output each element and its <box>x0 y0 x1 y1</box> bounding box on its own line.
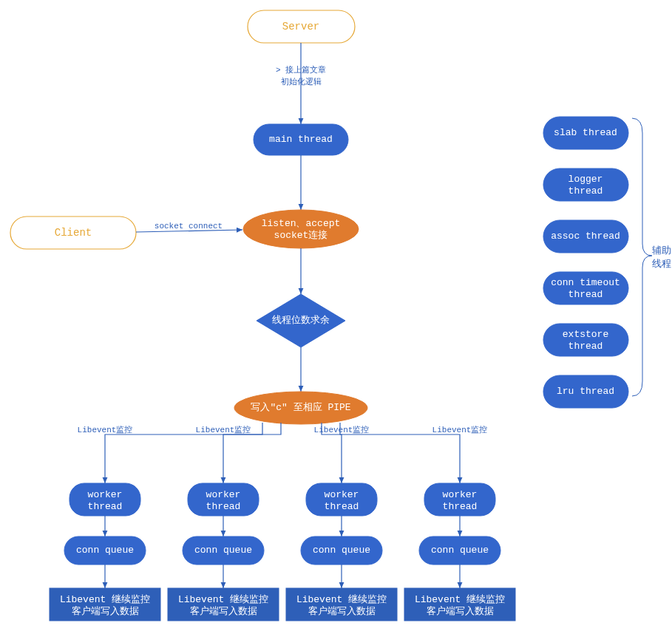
aux-thread-label-2: assoc thread <box>551 231 620 242</box>
init-line2: 初始化逻辑 <box>281 77 322 86</box>
main-thread-node: main thread <box>254 124 348 155</box>
server-label: Server <box>282 21 319 33</box>
aux-thread-label-4-l2: thread <box>569 341 603 352</box>
remainder-label: 线程位数求余 <box>272 315 330 326</box>
server-terminal: Server <box>248 10 355 43</box>
write-pipe-label: 写入"c" 至相应 PIPE <box>251 401 350 413</box>
worker-label-1-l2: thread <box>206 501 241 512</box>
libevent-box-2-l1: Libevent 继续监控 <box>296 594 387 605</box>
worker-label-1-l1: worker <box>206 489 241 500</box>
aux-thread-label-5: lru thread <box>557 386 614 397</box>
listen-accept-l2: socket连接 <box>274 230 328 241</box>
client-terminal: Client <box>10 217 136 249</box>
aux-thread-label-0: slab thread <box>554 127 617 138</box>
libevent-watch-1: Libevent监控 <box>196 426 251 434</box>
aux-thread-label-1-l2: thread <box>569 185 603 197</box>
worker-label-2-l2: thread <box>325 501 359 512</box>
aux-label-2: 线程 <box>652 259 671 270</box>
aux-thread-label-4-l1: extstore <box>563 329 608 340</box>
conn-queue-label-1: conn queue <box>194 545 252 556</box>
libevent-box-1-l2: 客户端写入数据 <box>190 605 257 617</box>
worker-label-0-l1: worker <box>88 489 123 500</box>
conn-queue-label-0: conn queue <box>76 545 134 556</box>
init-line1: > 接上篇文章 <box>276 65 326 75</box>
aux-brace <box>632 118 652 396</box>
libevent-watch-0: Libevent监控 <box>78 426 133 434</box>
conn-queue-label-3: conn queue <box>431 545 489 556</box>
worker-label-0-l2: thread <box>88 501 123 512</box>
remainder-decision: 线程位数求余 <box>257 294 345 347</box>
conn-queue-label-2: conn queue <box>313 545 370 556</box>
libevent-watch-2: Libevent监控 <box>314 426 370 434</box>
write-pipe-node: 写入"c" 至相应 PIPE <box>234 392 367 424</box>
listen-accept-node: listen、accept socket连接 <box>243 210 359 248</box>
aux-thread-label-3-l2: thread <box>569 289 603 300</box>
libevent-box-0-l1: Libevent 继续监控 <box>60 594 150 605</box>
libevent-box-2-l2: 客户端写入数据 <box>308 605 376 617</box>
libevent-box-3-l1: Libevent 继续监控 <box>415 594 505 605</box>
aux-thread-label-1-l1: logger <box>569 174 603 185</box>
worker-label-3-l2: thread <box>443 501 478 512</box>
socket-connect-label: socket connect <box>155 222 223 231</box>
listen-accept-l1: listen、accept <box>262 218 341 229</box>
libevent-box-1-l1: Libevent 继续监控 <box>178 594 268 605</box>
main-thread-label: main thread <box>269 134 333 145</box>
worker-label-2-l1: worker <box>325 489 359 500</box>
libevent-watch-3: Libevent监控 <box>432 426 488 434</box>
aux-thread-label-3-l1: conn timeout <box>551 277 620 288</box>
libevent-box-3-l2: 客户端写入数据 <box>427 605 494 617</box>
worker-label-3-l1: worker <box>443 489 478 500</box>
libevent-box-0-l2: 客户端写入数据 <box>72 605 139 617</box>
client-label: Client <box>55 227 92 239</box>
aux-label-1: 辅助 <box>652 245 671 256</box>
